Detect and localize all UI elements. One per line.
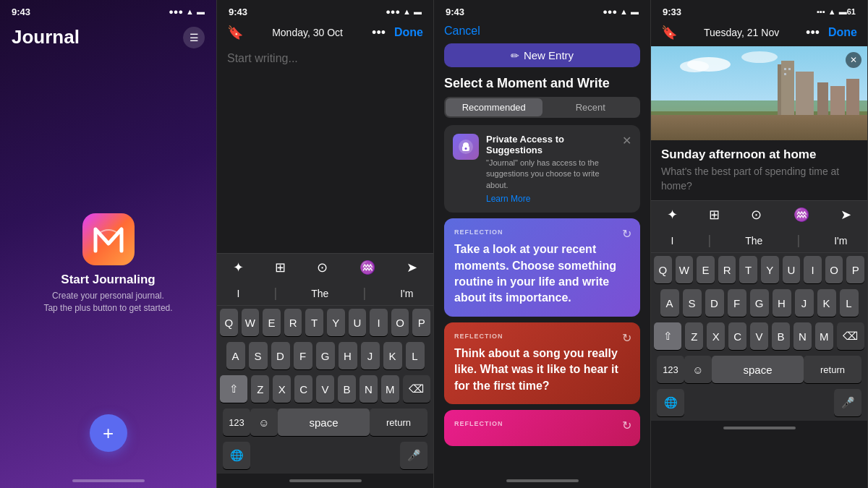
- format-icon-4[interactable]: ✦: [667, 207, 678, 223]
- key-n[interactable]: N: [359, 375, 378, 403]
- shift-key-4[interactable]: ⇧: [654, 322, 681, 350]
- suggestion-the-4[interactable]: The: [739, 234, 768, 248]
- audio-icon[interactable]: ♒: [359, 260, 375, 275]
- key-x-4[interactable]: X: [707, 322, 725, 350]
- refresh-icon-2[interactable]: ↻: [622, 331, 631, 345]
- key-m-4[interactable]: M: [815, 322, 833, 350]
- photo-icon[interactable]: ⊞: [275, 260, 286, 275]
- cancel-button[interactable]: Cancel: [444, 25, 480, 38]
- editor-body[interactable]: Start writing...: [217, 46, 433, 253]
- key-p[interactable]: P: [412, 309, 430, 336]
- return-key-4[interactable]: return: [804, 356, 861, 383]
- reflection-card-2[interactable]: REFLECTION Think about a song you really…: [444, 322, 640, 404]
- key-z[interactable]: Z: [251, 375, 269, 403]
- key-c[interactable]: C: [294, 375, 312, 403]
- key-x[interactable]: X: [273, 375, 291, 403]
- key-i[interactable]: I: [370, 309, 388, 336]
- key-f-4[interactable]: F: [728, 289, 746, 317]
- delete-key-4[interactable]: ⌫: [837, 322, 864, 350]
- key-h[interactable]: H: [339, 342, 357, 369]
- key-v[interactable]: V: [316, 375, 334, 403]
- key-d-4[interactable]: D: [705, 289, 724, 317]
- emoji-key-4[interactable]: ☺: [684, 356, 712, 383]
- key-y-4[interactable]: Y: [761, 256, 779, 283]
- key-e[interactable]: E: [263, 309, 281, 336]
- globe-key-4[interactable]: 🌐: [657, 389, 684, 416]
- key-u[interactable]: U: [349, 309, 367, 336]
- key-c-4[interactable]: C: [728, 322, 746, 350]
- shift-key[interactable]: ⇧: [220, 375, 247, 403]
- key-a-4[interactable]: A: [660, 289, 679, 317]
- send-icon-4[interactable]: ➤: [841, 207, 851, 223]
- mic-key-4[interactable]: 🎤: [834, 389, 861, 416]
- space-key-4[interactable]: space: [712, 356, 804, 383]
- key-a[interactable]: A: [226, 342, 245, 369]
- key-r-4[interactable]: R: [718, 256, 736, 283]
- reflection-card-1[interactable]: REFLECTION Take a look at your recent mo…: [444, 218, 640, 317]
- key-f[interactable]: F: [294, 342, 312, 369]
- key-t-4[interactable]: T: [739, 256, 757, 283]
- key-y[interactable]: Y: [327, 309, 345, 336]
- done-button-2[interactable]: Done: [394, 26, 423, 39]
- emoji-key[interactable]: ☺: [250, 408, 278, 436]
- key-m[interactable]: M: [381, 375, 399, 403]
- key-r[interactable]: R: [284, 309, 302, 336]
- globe-key[interactable]: 🌐: [223, 442, 250, 469]
- key-s-4[interactable]: S: [683, 289, 702, 317]
- bookmark-icon-4[interactable]: 🔖: [661, 25, 677, 40]
- key-e-4[interactable]: E: [697, 256, 715, 283]
- close-suggestion-button[interactable]: ✕: [622, 134, 631, 147]
- key-b[interactable]: B: [338, 375, 356, 403]
- delete-key[interactable]: ⌫: [403, 375, 430, 403]
- key-h-4[interactable]: H: [773, 289, 791, 317]
- key-w-4[interactable]: W: [676, 256, 694, 283]
- key-j[interactable]: J: [361, 342, 380, 369]
- suggestion-im-4[interactable]: I'm: [828, 234, 853, 248]
- key-u-4[interactable]: U: [783, 256, 801, 283]
- return-key[interactable]: return: [370, 408, 427, 436]
- key-g-4[interactable]: G: [750, 289, 769, 317]
- key-z-4[interactable]: Z: [685, 322, 703, 350]
- suggestion-im[interactable]: I'm: [394, 286, 419, 301]
- more-options-icon-4[interactable]: •••: [806, 25, 820, 40]
- key-i-4[interactable]: I: [804, 256, 822, 283]
- learn-more-link[interactable]: Learn More: [486, 194, 615, 204]
- add-entry-button[interactable]: +: [90, 414, 127, 452]
- refresh-icon-1[interactable]: ↻: [622, 227, 631, 241]
- format-icon[interactable]: ✦: [233, 260, 244, 275]
- key-b-4[interactable]: B: [772, 322, 790, 350]
- key-k[interactable]: K: [383, 342, 402, 369]
- key-p-4[interactable]: P: [846, 256, 864, 283]
- key-q[interactable]: Q: [220, 309, 238, 336]
- tab-recent[interactable]: Recent: [542, 98, 639, 116]
- key-j-4[interactable]: J: [795, 289, 814, 317]
- camera-icon-4[interactable]: ⊙: [751, 207, 762, 223]
- suggestion-i-4[interactable]: I: [665, 234, 680, 248]
- close-photo-button[interactable]: ✕: [846, 52, 861, 68]
- reflection-card-3[interactable]: REFLECTION ↻: [444, 410, 640, 446]
- mic-key[interactable]: 🎤: [400, 442, 427, 469]
- more-options-icon[interactable]: •••: [372, 25, 386, 40]
- num-key-4[interactable]: 123: [657, 356, 684, 383]
- key-l[interactable]: L: [406, 342, 425, 369]
- done-button-4[interactable]: Done: [828, 26, 857, 39]
- key-w[interactable]: W: [242, 309, 260, 336]
- key-k-4[interactable]: K: [817, 289, 836, 317]
- photo-icon-4[interactable]: ⊞: [709, 207, 720, 223]
- key-o-4[interactable]: O: [825, 256, 843, 283]
- menu-button[interactable]: ☰: [183, 27, 205, 48]
- key-g[interactable]: G: [316, 342, 335, 369]
- suggestion-i[interactable]: I: [231, 286, 246, 301]
- key-n-4[interactable]: N: [793, 322, 812, 350]
- send-icon[interactable]: ➤: [407, 260, 417, 275]
- bookmark-icon[interactable]: 🔖: [227, 25, 243, 40]
- refresh-icon-3[interactable]: ↻: [622, 419, 631, 432]
- new-entry-button[interactable]: ✏ New Entry: [444, 43, 640, 67]
- key-l-4[interactable]: L: [840, 289, 859, 317]
- space-key[interactable]: space: [278, 408, 370, 436]
- key-o[interactable]: O: [391, 309, 409, 336]
- key-t[interactable]: T: [305, 309, 323, 336]
- key-s[interactable]: S: [249, 342, 268, 369]
- num-key[interactable]: 123: [223, 408, 250, 436]
- key-q-4[interactable]: Q: [654, 256, 672, 283]
